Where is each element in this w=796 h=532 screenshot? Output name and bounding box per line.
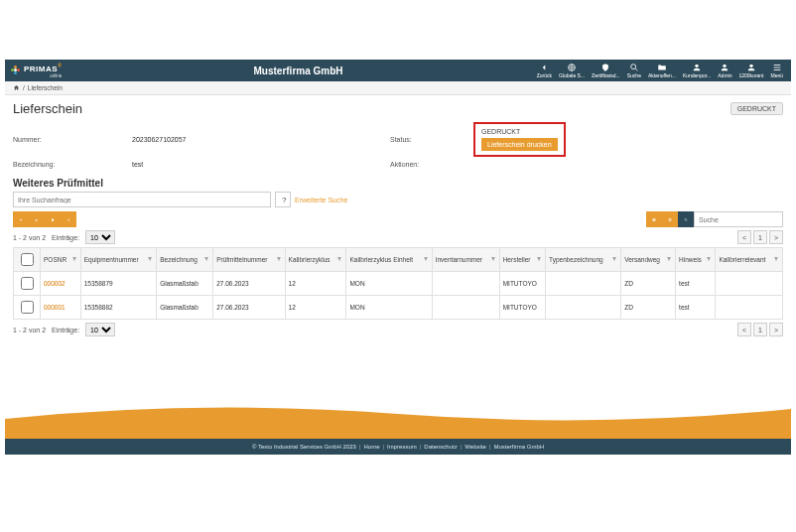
add-button[interactable]	[13, 211, 29, 227]
globe-icon	[567, 63, 577, 72]
col-herst[interactable]: Hersteller	[499, 248, 545, 272]
pager-info: 1 - 2 von 2	[13, 234, 46, 241]
company-title: Musterfirma GmbH	[62, 66, 534, 76]
filter-icon	[71, 256, 77, 262]
pager-prev-bottom[interactable]: <	[737, 323, 751, 336]
col-typ[interactable]: Typenbezeichnung	[546, 248, 621, 272]
cell-posnr[interactable]: 000001	[41, 296, 81, 320]
filter-icon	[536, 256, 542, 262]
nav-admin[interactable]: Admin	[716, 63, 733, 78]
footer-link-website[interactable]: Website	[464, 444, 486, 450]
help-button[interactable]: ?	[275, 192, 291, 207]
nummer-label: Nummer:	[13, 136, 132, 143]
col-zyklus[interactable]: Kalibrierzyklus	[285, 248, 346, 272]
footer-link-home[interactable]: Home	[364, 444, 380, 450]
filter-icon	[773, 256, 779, 262]
nav-cert[interactable]: Zertifikatsd...	[590, 63, 622, 78]
grid-button[interactable]	[662, 211, 678, 227]
quick-search-input[interactable]	[694, 211, 783, 227]
pager-next[interactable]: >	[769, 230, 783, 244]
col-kalrel[interactable]: Kalibrierrelevant	[716, 248, 783, 272]
footer-copyright: © Testo Industrial Services GmbH 2023	[252, 444, 356, 450]
pager-current-bottom[interactable]: 1	[753, 323, 767, 336]
row-checkbox[interactable]	[21, 277, 34, 290]
col-einheit[interactable]: Kalibrierzyklus Einheit	[346, 248, 432, 272]
col-posnr[interactable]: POSNR	[41, 248, 81, 272]
brand-logo: PRIMAS® online	[11, 63, 62, 78]
col-hinweis[interactable]: Hinweis	[676, 248, 716, 272]
search-input[interactable]	[13, 192, 271, 207]
delete-button[interactable]	[45, 211, 61, 227]
person-icon	[746, 63, 756, 72]
topbar: PRIMAS® online Musterfirma GmbH Zurück G…	[5, 60, 791, 81]
entries-select[interactable]: 10	[85, 230, 115, 244]
nav-back[interactable]: Zurück	[535, 63, 554, 78]
cell-posnr[interactable]: 000002	[41, 272, 81, 296]
table-row[interactable]: 00000215358879Glasmaßstab27.06.202312MON…	[14, 272, 783, 296]
trash-icon	[51, 215, 55, 224]
col-bez[interactable]: Bezeichnung	[157, 248, 213, 272]
pager-prev[interactable]: <	[737, 230, 751, 244]
download-icon	[66, 215, 70, 224]
footer-wave	[5, 399, 791, 439]
col-pmnr[interactable]: Prüfmittelnummer	[213, 248, 285, 272]
footer-bar: © Testo Industrial Services GmbH 2023 |H…	[5, 439, 791, 455]
cell-einheit: MON	[346, 272, 432, 296]
brand-name: PRIMAS®	[24, 65, 62, 73]
entries-label-bottom: Einträge:	[52, 327, 79, 333]
cell-herst: MITUTOYO	[499, 272, 545, 296]
cell-bez: Glasmaßstab	[157, 272, 213, 296]
nav-search[interactable]: Suche	[625, 63, 643, 78]
filter-icon	[490, 256, 496, 262]
cell-typ	[546, 272, 621, 296]
cell-hinweis: test	[676, 272, 716, 296]
results-table: POSNR Equipmentnummer Bezeichnung Prüfmi…	[13, 247, 783, 320]
grid-icon	[668, 215, 672, 224]
breadcrumb-current: Lieferschein	[28, 84, 63, 91]
footer-link-datenschutz[interactable]: Datenschutz	[424, 444, 457, 450]
select-all-checkbox[interactable]	[21, 253, 34, 266]
nav-customer[interactable]: Kundenpor...	[681, 63, 713, 78]
col-equip[interactable]: Equipmentnummer	[80, 248, 157, 272]
row-checkbox[interactable]	[21, 301, 34, 314]
svg-point-2	[695, 65, 698, 67]
footer-link-company[interactable]: Musterfirma GmbH	[493, 444, 544, 450]
col-inv[interactable]: Inventarnummer	[432, 248, 499, 272]
svg-point-3	[724, 65, 727, 67]
footer-link-impressum[interactable]: Impressum	[387, 444, 417, 450]
bez-value: test	[132, 161, 390, 168]
pager-next-bottom[interactable]: >	[769, 323, 783, 336]
pager-current[interactable]: 1	[753, 230, 767, 244]
cell-hinweis: test	[676, 296, 716, 320]
cell-typ	[546, 296, 621, 320]
nav-global[interactable]: Globale S...	[557, 63, 587, 78]
entries-select-bottom[interactable]: 10	[85, 323, 115, 336]
section-title: Weiteres Prüfmittel	[13, 178, 783, 189]
print-delivery-button[interactable]: Lieferschein drucken	[481, 138, 558, 151]
menu-icon	[772, 63, 782, 72]
home-icon[interactable]	[13, 84, 20, 91]
svg-point-4	[749, 65, 752, 67]
table-row[interactable]: 00000115358882Glasmaßstab27.06.202312MON…	[14, 296, 783, 320]
svg-point-1	[630, 65, 635, 69]
cell-bez: Glasmaßstab	[157, 296, 213, 320]
cell-versand: ZD	[621, 272, 676, 296]
col-checkbox[interactable]	[14, 248, 41, 272]
cell-zyklus: 12	[285, 296, 346, 320]
nav-user[interactable]: 1200korant	[736, 63, 765, 78]
filter-icon	[147, 256, 153, 262]
advanced-search-link[interactable]: Erweiterte Suche	[295, 197, 347, 203]
col-versand[interactable]: Versandweg	[621, 248, 676, 272]
download-button[interactable]	[61, 211, 76, 227]
search-icon	[684, 215, 688, 224]
pager-info-bottom: 1 - 2 von 2	[13, 327, 46, 333]
edit-button[interactable]	[29, 211, 45, 227]
quick-search-button[interactable]	[678, 211, 694, 227]
chevron-left-icon	[539, 63, 549, 72]
cell-zyklus: 12	[285, 272, 346, 296]
plus-icon	[19, 215, 23, 224]
nav-files[interactable]: Aktenoffen...	[646, 63, 678, 78]
columns-button[interactable]	[646, 211, 662, 227]
cell-herst: MITUTOYO	[499, 296, 545, 320]
nav-menu[interactable]: Menü	[768, 63, 785, 78]
